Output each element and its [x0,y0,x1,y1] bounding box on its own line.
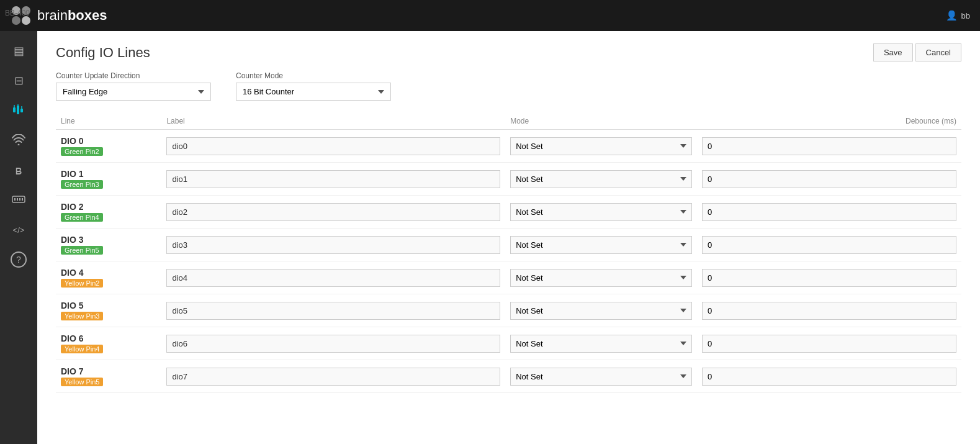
pin-badge-2: Green Pin4 [61,213,103,222]
svg-rect-13 [17,198,18,201]
svg-rect-12 [14,198,16,201]
svg-rect-15 [22,198,23,201]
line-name-7: DIO 7 [61,366,156,376]
help-icon: ? [11,251,27,268]
wifi-icon [12,134,25,147]
label-input-1[interactable] [166,170,500,188]
serial-icon [12,194,25,206]
counter-mode-select[interactable]: 16 Bit Counter 8 Bit Counter 32 Bit Coun… [236,83,391,101]
sidebar-item-settings[interactable]: ⊟ [3,67,34,94]
sidebar-item-wifi[interactable] [3,127,34,154]
mode-select-1[interactable]: Not SetInputOutputCounter [510,170,692,188]
table-row: DIO 4 Yellow Pin2 Not SetInputOutputCoun… [56,261,961,294]
line-cell-7: DIO 7 Yellow Pin5 [56,360,161,393]
col-mode: Mode [505,113,697,130]
label-input-2[interactable] [166,203,500,221]
debounce-cell-7 [697,360,961,393]
line-cell-6: DIO 6 Yellow Pin4 [56,327,161,360]
username-label: bb [961,11,970,20]
line-cell-1: DIO 1 Green Pin3 [56,163,161,196]
debounce-input-4[interactable] [702,269,956,287]
debounce-cell-1 [697,163,961,196]
line-cell-3: DIO 3 Green Pin5 [56,229,161,261]
label-cell-4 [161,261,505,294]
sidebar-item-serial[interactable] [3,186,34,214]
save-button[interactable]: Save [873,43,913,61]
io-table-header: Line Label Mode Debounce (ms) [56,113,961,130]
mode-select-6[interactable]: Not SetInputOutputCounter [510,335,692,353]
debounce-input-6[interactable] [702,335,956,353]
mode-cell-6: Not SetInputOutputCounter [505,327,697,360]
debounce-cell-4 [697,261,961,294]
debounce-input-3[interactable] [702,236,956,254]
mode-cell-5: Not SetInputOutputCounter [505,294,697,327]
mode-cell-2: Not SetInputOutputCounter [505,196,697,229]
mode-select-2[interactable]: Not SetInputOutputCounter [510,203,692,221]
svg-point-3 [22,16,30,25]
counter-update-direction-select[interactable]: Falling Edge Rising Edge Both Edges [56,83,211,101]
mode-cell-7: Not SetInputOutputCounter [505,360,697,393]
page-title: Config IO Lines [56,45,150,61]
mode-select-3[interactable]: Not SetInputOutputCounter [510,236,692,254]
pin-badge-1: Green Pin3 [61,180,103,189]
label-input-3[interactable] [166,236,500,254]
counter-mode-label: Counter Mode [236,71,391,80]
line-name-6: DIO 6 [61,333,156,343]
mode-select-0[interactable]: Not SetInputOutputCounter [510,137,692,155]
sidebar-item-io[interactable] [3,97,34,124]
debounce-cell-5 [697,294,961,327]
code-icon: </> [13,226,25,234]
mode-cell-3: Not SetInputOutputCounter [505,229,697,261]
line-name-4: DIO 4 [61,268,156,278]
sidebar-item-server[interactable]: ▤ [3,37,34,65]
counter-update-direction-group: Counter Update Direction Falling Edge Ri… [56,71,211,101]
label-cell-1 [161,163,505,196]
line-name-5: DIO 5 [61,301,156,310]
debounce-input-2[interactable] [702,203,956,221]
pin-badge-7: Yellow Pin5 [61,378,103,386]
cancel-button[interactable]: Cancel [915,43,961,61]
pin-badge-5: Yellow Pin3 [61,312,103,320]
main-content: Config IO Lines Save Cancel Counter Upda… [37,31,980,444]
svg-point-2 [12,16,20,25]
sidebar-item-bluetooth[interactable]: ʙ [3,156,34,184]
debounce-input-5[interactable] [702,302,956,320]
table-row: DIO 6 Yellow Pin4 Not SetInputOutputCoun… [56,327,961,360]
io-icon [12,103,25,119]
label-input-5[interactable] [166,302,500,320]
table-row: DIO 1 Green Pin3 Not SetInputOutputCount… [56,163,961,196]
col-label: Label [161,113,505,130]
debounce-cell-2 [697,196,961,229]
user-info: 👤 bb [946,10,970,21]
debounce-cell-3 [697,229,961,261]
debounce-input-0[interactable] [702,137,956,155]
pin-badge-0: Green Pin2 [61,147,103,156]
label-input-0[interactable] [166,137,500,155]
sidebar-item-help[interactable]: ? [3,246,34,273]
mode-select-5[interactable]: Not SetInputOutputCounter [510,302,692,320]
io-table: Line Label Mode Debounce (ms) DIO 0 Gree… [56,113,961,393]
main-layout: ▤ ⊟ [0,31,980,444]
col-debounce: Debounce (ms) [697,113,961,130]
mode-cell-4: Not SetInputOutputCounter [505,261,697,294]
pin-badge-6: Yellow Pin4 [61,345,103,353]
mode-select-4[interactable]: Not SetInputOutputCounter [510,269,692,287]
label-input-7[interactable] [166,368,500,386]
sidebar: ▤ ⊟ [0,31,37,444]
line-cell-5: DIO 5 Yellow Pin3 [56,294,161,327]
counter-mode-group: Counter Mode 16 Bit Counter 8 Bit Counte… [236,71,391,101]
debounce-input-1[interactable] [702,170,956,188]
label-input-4[interactable] [166,269,500,287]
pin-badge-4: Yellow Pin2 [61,279,103,288]
table-row: DIO 5 Yellow Pin3 Not SetInputOutputCoun… [56,294,961,327]
top-navbar: BB-400 brainboxes 👤 bb [0,0,980,31]
page-header: Config IO Lines Save Cancel [56,43,961,61]
label-cell-6 [161,327,505,360]
line-name-1: DIO 1 [61,169,156,179]
svg-rect-4 [13,107,16,112]
mode-select-7[interactable]: Not SetInputOutputCounter [510,368,692,386]
label-input-6[interactable] [166,335,500,353]
device-id-label: BB-400 [5,9,30,17]
debounce-input-7[interactable] [702,368,956,386]
sidebar-item-code[interactable]: </> [3,216,34,243]
